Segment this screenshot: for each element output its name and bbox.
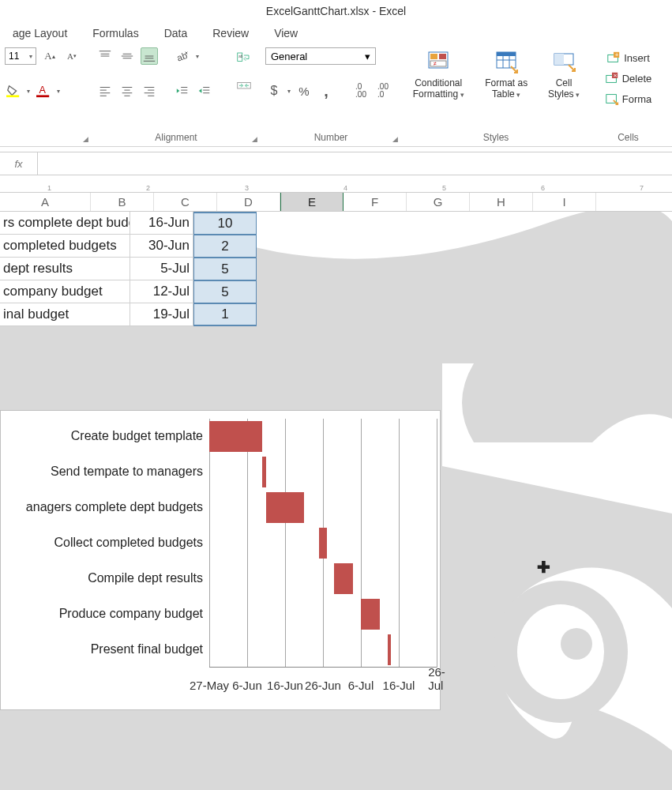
cell[interactable]: inal budget <box>0 303 130 326</box>
dialog-launcher-icon[interactable]: ◢ <box>252 135 257 143</box>
align-bottom-icon[interactable] <box>141 47 158 65</box>
chart-x-tick: 26-Jun <box>305 679 341 692</box>
svg-text:ab: ab <box>175 50 189 63</box>
comma-button[interactable]: , <box>317 82 335 100</box>
window-title: ExcelGanttChart.xlsx - Excel <box>0 0 672 22</box>
align-center-icon[interactable] <box>118 82 136 100</box>
chart-bar <box>209 421 262 451</box>
cell-styles-button[interactable]: Cell Styles <box>542 47 586 102</box>
tab-data[interactable]: Data <box>152 27 201 40</box>
ribbon: 11 ▾ A▴ A▾ ▾ A ▾ ◢ <box>0 44 672 147</box>
cell[interactable]: 5-Jul <box>130 258 193 280</box>
cell[interactable]: rs complete dept budge <box>0 212 130 235</box>
increase-decimal-icon[interactable]: .0.00 <box>352 82 370 100</box>
decrease-font-icon[interactable]: A▾ <box>63 47 81 65</box>
chevron-down-icon[interactable]: ▾ <box>57 88 60 95</box>
col-header-A[interactable]: A <box>0 193 91 211</box>
ruler-mark: 4 <box>344 184 347 192</box>
table-row: inal budget 19-Jul 1 <box>0 303 672 326</box>
cell[interactable]: 30-Jun <box>130 235 193 258</box>
group-label-alignment: Alignment <box>155 132 197 143</box>
group-styles: ≠ Conditional Formatting Format as Table… <box>401 44 591 146</box>
orientation-button[interactable]: ab <box>174 47 191 65</box>
tab-review[interactable]: Review <box>200 27 261 40</box>
gantt-chart[interactable]: 27-May6-Jun16-Jun26-Jun6-Jul16-Jul26-Jul… <box>0 410 441 710</box>
cell[interactable]: 19-Jul <box>130 303 193 326</box>
col-header-I[interactable]: I <box>533 193 596 211</box>
table-row: dept results 5-Jul 5 <box>0 258 672 280</box>
tab-view[interactable]: View <box>261 27 310 40</box>
col-header-C[interactable]: C <box>154 193 217 211</box>
cell-selected[interactable]: 1 <box>193 303 257 326</box>
merge-center-button[interactable] <box>235 77 253 95</box>
accounting-format-button[interactable]: $ <box>265 82 283 100</box>
font-size-combo[interactable]: 11 ▾ <box>5 47 36 65</box>
number-format-value: General <box>271 51 307 62</box>
horizontal-ruler: 1 2 3 4 5 6 7 <box>0 175 672 193</box>
cell-styles-label: Cell Styles <box>546 77 581 100</box>
cell-selected[interactable]: 5 <box>193 280 257 303</box>
chart-category-label: anagers complete dept budgets <box>0 500 203 514</box>
ruler-mark: 7 <box>640 184 644 192</box>
delete-label: Delete <box>622 73 652 85</box>
cell[interactable]: 12-Jul <box>130 280 193 303</box>
fill-color-button[interactable] <box>5 82 22 100</box>
formula-input[interactable] <box>38 152 672 175</box>
col-header-G[interactable]: G <box>407 193 470 211</box>
worksheet-grid[interactable]: rs complete dept budge 16-Jun 10 complet… <box>0 212 672 326</box>
dialog-launcher-icon[interactable]: ◢ <box>392 135 398 143</box>
align-right-icon[interactable] <box>141 82 158 100</box>
cell[interactable]: 16-Jun <box>130 212 193 235</box>
font-color-button[interactable]: A <box>35 82 52 100</box>
align-top-icon[interactable] <box>96 47 114 65</box>
chart-bar <box>388 634 392 664</box>
cell[interactable]: company budget <box>0 280 130 303</box>
conditional-formatting-label: Conditional Formatting <box>411 77 466 100</box>
align-middle-icon[interactable] <box>118 47 136 65</box>
svg-rect-40 <box>430 61 446 66</box>
svg-text:ab: ab <box>238 55 243 58</box>
wrap-text-button[interactable]: ab <box>235 49 253 66</box>
chart-bar <box>262 457 266 487</box>
col-header-D[interactable]: D <box>217 193 280 211</box>
col-header-H[interactable]: H <box>470 193 533 211</box>
col-header-F[interactable]: F <box>344 193 407 211</box>
chevron-down-icon: ▾ <box>29 53 32 60</box>
cell-selected[interactable]: 5 <box>193 258 257 280</box>
cell-selected[interactable]: 2 <box>193 235 257 258</box>
chart-x-tick: 6-Jun <box>232 679 262 692</box>
decrease-indent-icon[interactable] <box>174 82 191 100</box>
chart-category-label: Collect completed budgets <box>0 536 203 550</box>
col-header-B[interactable]: B <box>91 193 154 211</box>
chevron-down-icon[interactable]: ▾ <box>287 88 291 95</box>
dialog-launcher-icon[interactable]: ◢ <box>83 135 88 143</box>
ribbon-tabs: age Layout Formulas Data Review View <box>0 22 672 44</box>
format-as-table-button[interactable]: Format as Table <box>477 47 535 102</box>
delete-button[interactable]: × Delete <box>605 70 652 87</box>
chevron-down-icon[interactable]: ▾ <box>196 53 199 60</box>
chart-bar <box>361 599 380 629</box>
chevron-down-icon: ▾ <box>365 51 370 62</box>
increase-indent-icon[interactable] <box>196 82 213 100</box>
number-format-combo[interactable]: General ▾ <box>265 47 376 65</box>
cell-selected[interactable]: 10 <box>193 212 257 235</box>
format-button[interactable]: Forma <box>605 90 652 107</box>
increase-font-icon[interactable]: A▴ <box>41 47 58 65</box>
insert-button[interactable]: + Insert <box>606 49 650 66</box>
svg-text:≠: ≠ <box>434 61 437 66</box>
cell-cursor-icon: ✚ <box>537 558 550 577</box>
col-header-E[interactable]: E <box>280 193 344 211</box>
fx-icon[interactable]: fx <box>0 152 38 175</box>
cell[interactable]: completed budgets <box>0 235 130 258</box>
percent-button[interactable]: % <box>295 82 313 100</box>
decrease-decimal-icon[interactable]: .00.0 <box>374 82 392 100</box>
chevron-down-icon[interactable]: ▾ <box>27 88 30 95</box>
align-left-icon[interactable] <box>96 82 114 100</box>
tab-formulas[interactable]: Formulas <box>80 27 151 40</box>
svg-rect-3 <box>6 95 19 97</box>
cell[interactable]: dept results <box>0 258 130 280</box>
ruler-mark: 6 <box>541 184 545 192</box>
tab-page-layout[interactable]: age Layout <box>0 27 80 40</box>
svg-rect-48 <box>554 54 564 65</box>
conditional-formatting-button[interactable]: ≠ Conditional Formatting <box>406 47 471 102</box>
